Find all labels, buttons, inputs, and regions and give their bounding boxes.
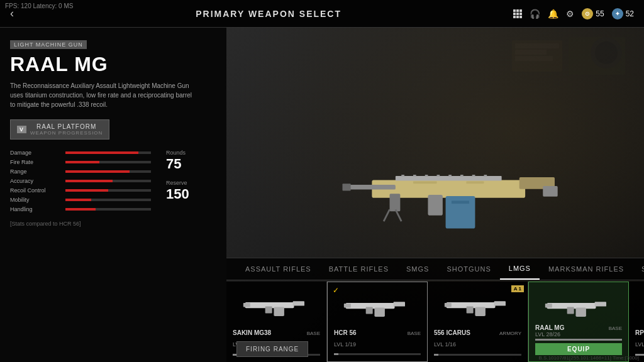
stat-row: Accuracy [10, 178, 151, 184]
svg-rect-40 [444, 303, 451, 307]
svg-rect-42 [475, 307, 486, 316]
card-name-row: HCR 56BASE [334, 329, 421, 336]
card-progress-fill [434, 354, 438, 356]
stat-bar-container [65, 199, 151, 201]
tab-marksman-rifles[interactable]: MARKSMAN RIFLES [540, 259, 633, 279]
reserve-value: 150 [166, 186, 216, 202]
svg-rect-3 [515, 50, 547, 55]
debug-info: B.S.10107/81[255.101:1466+11] Time:[7000… [539, 355, 639, 361]
equip-button[interactable]: EQUIP [535, 343, 622, 355]
svg-rect-8 [348, 185, 396, 190]
card-name: HCR 56 [334, 329, 357, 336]
stat-bar-fill [65, 208, 96, 211]
svg-rect-35 [344, 304, 351, 307]
svg-rect-46 [595, 302, 606, 306]
svg-rect-31 [292, 301, 304, 305]
svg-rect-13 [452, 200, 469, 204]
stat-row: Handling [10, 206, 151, 212]
svg-rect-18 [437, 175, 440, 177]
svg-point-6 [595, 41, 618, 64]
stat-label: Damage [10, 150, 60, 156]
headphones-icon[interactable]: 🎧 [530, 9, 540, 19]
svg-rect-48 [567, 307, 574, 314]
weapon-category: LIGHT MACHINE GUN [10, 40, 87, 49]
card-name: 556 ICARUS [434, 329, 470, 336]
tokens-icon: ✦ [612, 8, 623, 19]
tab-lmgs[interactable]: LMGS [500, 258, 540, 280]
stat-bar-fill [65, 151, 138, 154]
currency2: ✦ 52 [612, 8, 634, 19]
stats-right: Rounds 75 Reserve 150 [166, 150, 216, 216]
stat-label: Handling [10, 206, 60, 212]
svg-rect-14 [396, 176, 502, 181]
platform-sub: WEAPON PROGRESSION [30, 130, 103, 136]
card-name: SAKIN MG38 [233, 329, 271, 336]
armory-badge: A 1 [511, 285, 524, 292]
stats-bars: DamageFire RateRangeAccuracyRecoil Contr… [10, 150, 151, 216]
bell-icon[interactable]: 🔔 [548, 9, 558, 19]
card-name: RPK [635, 329, 644, 336]
weapon-card-raal-mg[interactable]: RAAL MGBASELVL 28/26EQUIP [528, 282, 629, 362]
card-name-row: RAAL MGBASE [535, 324, 622, 331]
stat-row: Mobility [10, 197, 151, 203]
svg-rect-32 [274, 307, 284, 316]
svg-rect-4 [515, 56, 553, 61]
stat-bar-fill [65, 180, 113, 182]
card-name-row: RPKBASE [635, 329, 644, 336]
grid-icon[interactable] [513, 9, 522, 18]
platform-level: V [17, 126, 26, 133]
header-right: 🎧 🔔 ⚙ ⊙ 55 ✦ 52 [513, 8, 634, 19]
stat-bar-container [65, 161, 151, 163]
check-icon: ✓ [333, 286, 339, 295]
svg-rect-19 [448, 175, 452, 177]
tab-assault-rifles[interactable]: ASSAULT RIFLES [236, 259, 320, 279]
rounds-label: Rounds [166, 150, 216, 156]
card-progress [535, 339, 622, 341]
tab-sniper-rifles[interactable]: SNIPER RIFLES [633, 259, 644, 279]
stat-bar-fill [65, 189, 108, 192]
fps-info: FPS: 120 Latency: 0 MS [5, 3, 73, 9]
stat-bar-fill [65, 170, 130, 173]
card-progress [434, 354, 521, 356]
weapon-display [335, 148, 586, 242]
settings-icon[interactable]: ⚙ [566, 9, 574, 19]
stat-bar-container [65, 180, 151, 182]
weapon-tabs: ASSAULT RIFLESBATTLE RIFLESSMGSSHOTGUNSL… [226, 258, 644, 280]
card-level: LVL 1/16 [434, 341, 521, 348]
weapon-card-hcr-56[interactable]: ✓ HCR 56BASELVL 1/19 [327, 282, 428, 362]
tab-battle-rifles[interactable]: BATTLE RIFLES [320, 259, 397, 279]
background-gear [506, 34, 631, 97]
weapon-card-rpk[interactable]: RPKBASELVL 19/18 [629, 282, 644, 362]
right-panel: ASSAULT RIFLESBATTLE RIFLESSMGSSHOTGUNSL… [226, 28, 644, 362]
currency1: ⊙ 55 [582, 8, 604, 19]
card-level: LVL 1/19 [334, 341, 421, 348]
card-weapon-image [233, 290, 320, 322]
firing-range-button[interactable]: FIRING RANGE [236, 341, 308, 357]
currency1-value: 55 [596, 9, 604, 18]
weapon-card-556-icarus[interactable]: A 1 556 ICARUSARMORYLVL 1/16 [428, 282, 528, 362]
card-name-row: SAKIN MG38BASE [233, 329, 320, 336]
svg-rect-20 [460, 175, 464, 177]
card-weapon-image [635, 290, 644, 322]
card-base-label: BASE [307, 331, 320, 336]
main-content: LIGHT MACHINE GUN RAAL MG The Reconnaiss… [0, 28, 644, 362]
header: ‹ PRIMARY WEAPON SELECT 🎧 🔔 ⚙ ⊙ 55 ✦ 52 [0, 0, 644, 28]
svg-rect-22 [484, 175, 487, 177]
svg-rect-11 [543, 186, 557, 197]
tab-smgs[interactable]: SMGS [397, 259, 438, 279]
stat-row: Fire Rate [10, 159, 151, 165]
svg-rect-41 [494, 301, 505, 305]
stat-label: Fire Rate [10, 159, 60, 165]
platform-button[interactable]: V RAAL PLATFORM WEAPON PROGRESSION [10, 119, 109, 140]
svg-rect-2 [515, 43, 559, 48]
stat-bar-container [65, 189, 151, 192]
svg-rect-38 [366, 307, 373, 314]
stat-bar-fill [65, 161, 99, 163]
svg-rect-27 [413, 181, 437, 184]
card-name-row: 556 ICARUSARMORY [434, 329, 521, 336]
cod-points-icon: ⊙ [582, 8, 593, 19]
reserve-stat: Reserve 150 [166, 180, 216, 202]
svg-rect-17 [425, 175, 428, 177]
tab-shotguns[interactable]: SHOTGUNS [438, 259, 499, 279]
card-progress-fill [334, 353, 338, 355]
